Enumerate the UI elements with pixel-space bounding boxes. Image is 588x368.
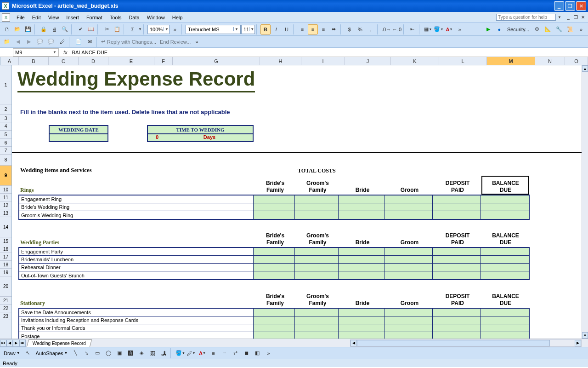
- maximize-button[interactable]: ❐: [565, 1, 575, 11]
- new-comment-icon[interactable]: 📁: [2, 37, 12, 47]
- permission-icon[interactable]: 🔒: [39, 24, 49, 34]
- macro-toolbar-overflow-icon[interactable]: »: [576, 24, 586, 34]
- row-header-21[interactable]: 21: [0, 297, 11, 305]
- tab-nav-prev-icon[interactable]: ◀: [6, 339, 13, 347]
- data-cell[interactable]: [254, 203, 295, 211]
- row-header-6[interactable]: 6: [0, 139, 11, 147]
- data-cell[interactable]: [384, 324, 433, 332]
- scroll-up-icon[interactable]: ▲: [582, 65, 588, 72]
- workbook-icon[interactable]: X: [2, 13, 10, 22]
- data-cell[interactable]: [295, 203, 339, 211]
- horizontal-scrollbar[interactable]: ◀ ▶: [350, 339, 582, 347]
- line-color-icon[interactable]: 🖊▼: [186, 348, 196, 358]
- paste-icon[interactable]: 📋: [112, 24, 122, 34]
- data-cell[interactable]: [295, 256, 339, 263]
- table-rings[interactable]: Engagement RingBride's Wedding RingGroom…: [18, 195, 530, 220]
- row-header-5[interactable]: 5: [0, 131, 11, 139]
- data-cell[interactable]: [295, 248, 339, 255]
- decrease-indent-icon[interactable]: ⇤: [407, 24, 418, 34]
- col-header-D[interactable]: D: [79, 57, 108, 65]
- row-header-22[interactable]: 22: [0, 305, 11, 312]
- line-style-icon[interactable]: ≡: [208, 348, 218, 358]
- row-header-7[interactable]: 7: [0, 147, 11, 155]
- data-cell[interactable]: [339, 264, 384, 271]
- 3d-icon[interactable]: ◧: [252, 348, 262, 358]
- data-cell[interactable]: [481, 196, 529, 203]
- row-header-11[interactable]: 11: [0, 194, 11, 201]
- row-header-9[interactable]: 9: [0, 166, 11, 186]
- design-mode-icon[interactable]: 📐: [543, 24, 553, 34]
- col-header-O[interactable]: O: [565, 57, 588, 65]
- row-header-14[interactable]: 14: [0, 217, 11, 237]
- spelling-icon[interactable]: ✔: [75, 24, 85, 34]
- row-header-1[interactable]: 1: [0, 65, 11, 104]
- line-icon[interactable]: ╲: [70, 348, 80, 358]
- col-header-G[interactable]: G: [173, 57, 260, 65]
- col-header-B[interactable]: B: [19, 57, 49, 65]
- row-header-3[interactable]: 3: [0, 115, 11, 122]
- col-header-A[interactable]: A: [0, 57, 19, 65]
- fill-color-icon[interactable]: 🪣▼: [434, 24, 444, 34]
- col-header-L[interactable]: L: [439, 57, 487, 65]
- select-objects-icon[interactable]: ↖: [23, 348, 33, 358]
- diagram-icon[interactable]: ◈: [136, 348, 147, 358]
- save-icon[interactable]: 💾: [23, 24, 33, 34]
- doc-restore-button[interactable]: ❐: [572, 14, 579, 21]
- data-cell[interactable]: [339, 309, 384, 316]
- table-stationary[interactable]: Save the Date AnnouncementsInvitations i…: [18, 308, 530, 339]
- data-cell[interactable]: [384, 271, 433, 279]
- doc-close-button[interactable]: ✕: [580, 14, 586, 21]
- wedding-date-input[interactable]: [49, 134, 108, 142]
- row-header-15[interactable]: 15: [0, 237, 11, 245]
- underline-button[interactable]: U: [282, 24, 292, 34]
- format-toolbar-overflow-icon[interactable]: »: [455, 24, 465, 34]
- data-cell[interactable]: [254, 211, 295, 219]
- hscroll-thumb[interactable]: [357, 340, 550, 346]
- row-header-10[interactable]: 10: [0, 186, 11, 194]
- menu-help[interactable]: Help: [169, 13, 187, 22]
- shadow-icon[interactable]: ◼: [241, 348, 251, 358]
- textbox-icon[interactable]: ▣: [114, 348, 124, 358]
- data-cell[interactable]: [254, 196, 295, 203]
- data-cell[interactable]: [433, 196, 481, 203]
- name-box[interactable]: M9 ▼: [13, 48, 59, 57]
- security-button[interactable]: Security...: [505, 27, 531, 32]
- draw-menu[interactable]: Draw ▼: [2, 351, 22, 356]
- data-cell[interactable]: [254, 324, 295, 332]
- wordart-icon[interactable]: 🅰: [125, 348, 136, 358]
- formula-content[interactable]: BALANCE DUE: [72, 50, 108, 55]
- arrow-style-icon[interactable]: ⇄: [230, 348, 240, 358]
- data-cell[interactable]: [339, 332, 384, 339]
- data-cell[interactable]: [254, 271, 295, 279]
- data-cell[interactable]: [481, 324, 529, 332]
- table-row[interactable]: Bride's Wedding Ring: [19, 203, 529, 211]
- menu-tools[interactable]: Tools: [106, 13, 125, 22]
- clipart-icon[interactable]: 🖼: [147, 348, 158, 358]
- data-cell[interactable]: [481, 316, 529, 324]
- merge-center-icon[interactable]: ⬌: [329, 24, 339, 34]
- data-cell[interactable]: [433, 256, 481, 263]
- send-mail-icon[interactable]: ✉: [85, 37, 95, 47]
- row-header-18[interactable]: 18: [0, 261, 11, 269]
- table-row[interactable]: Rehearsal Dinner: [19, 264, 529, 271]
- table-row[interactable]: Postage: [19, 332, 529, 339]
- zoom-box[interactable]: 100%▼: [147, 25, 170, 34]
- col-header-F[interactable]: F: [154, 57, 173, 65]
- percent-icon[interactable]: %: [355, 24, 365, 34]
- data-cell[interactable]: [339, 196, 384, 203]
- data-cell[interactable]: [295, 332, 339, 339]
- table-row[interactable]: Groom's Wedding Ring: [19, 211, 529, 219]
- currency-icon[interactable]: $: [345, 24, 355, 34]
- comma-icon[interactable]: ,: [366, 24, 376, 34]
- data-cell[interactable]: [481, 248, 529, 255]
- borders-icon[interactable]: ▦▼: [423, 24, 433, 34]
- review-overflow-icon[interactable]: »: [192, 37, 202, 47]
- data-cell[interactable]: [339, 316, 384, 324]
- hscroll-right-icon[interactable]: ▶: [575, 340, 581, 346]
- hscroll-left-icon[interactable]: ◀: [351, 340, 357, 346]
- vba-icon[interactable]: ⚙: [532, 24, 542, 34]
- scroll-down-icon[interactable]: ▼: [582, 332, 588, 339]
- col-header-E[interactable]: E: [108, 57, 154, 65]
- arrow-icon[interactable]: ↘: [81, 348, 91, 358]
- align-left-icon[interactable]: ≡: [297, 24, 307, 34]
